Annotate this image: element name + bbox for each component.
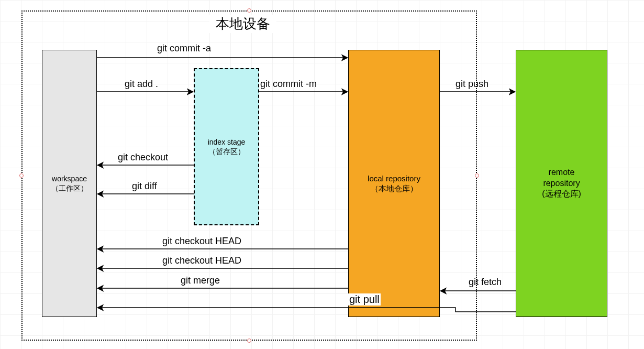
label-commit-a: git commit -a (157, 43, 211, 54)
label-checkout: git checkout (118, 152, 168, 163)
label-commit-m: git commit -m (260, 79, 317, 90)
label-chk-head1: git checkout HEAD (162, 236, 241, 247)
arrow-pull (98, 308, 516, 312)
label-merge: git merge (181, 275, 220, 286)
label-fetch: git fetch (469, 277, 502, 288)
label-pull: git pull (348, 293, 381, 306)
arrows-layer (0, 0, 644, 349)
label-chk-head2: git checkout HEAD (162, 255, 241, 266)
label-push: git push (456, 79, 488, 90)
label-diff: git diff (132, 181, 157, 192)
label-add: git add . (125, 79, 158, 90)
